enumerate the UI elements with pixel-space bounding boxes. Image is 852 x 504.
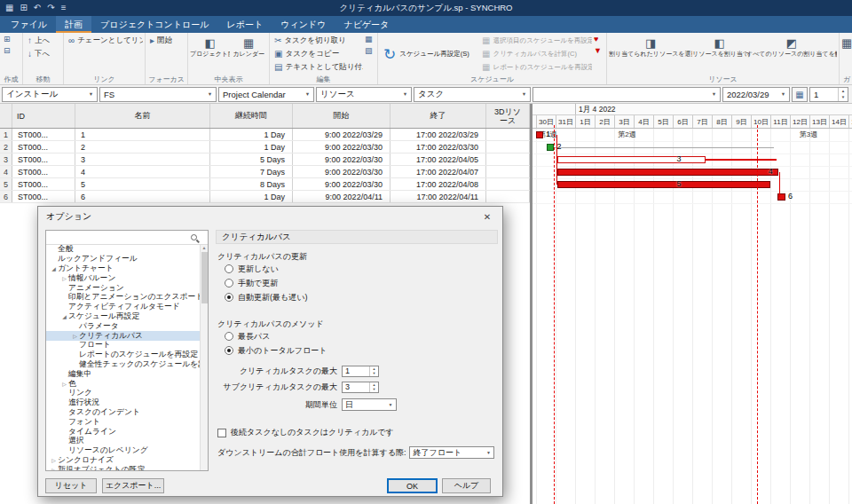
critical-filter-icon[interactable]: ▼ — [592, 45, 604, 57]
radio-auto-update[interactable]: 自動更新(最も遅い) — [225, 292, 307, 303]
tree-item[interactable]: ▷ 新規オブジェクトの既定 — [46, 465, 200, 470]
radio-manual-update[interactable]: 手動で更新 — [225, 278, 278, 288]
max-critical-input[interactable]: 1▲▼ — [342, 366, 379, 377]
menu-tab-plan[interactable]: 計画 — [56, 16, 91, 33]
task-select[interactable]: タスク▼ — [414, 87, 531, 102]
radio-no-update[interactable]: 更新しない — [225, 264, 279, 274]
tree-item[interactable]: アニメーション — [46, 283, 200, 293]
tree-item[interactable]: リンク — [46, 389, 200, 398]
tree-expander-icon[interactable]: ▷ — [71, 333, 79, 339]
calc-critical-path-button[interactable]: ▦クリティカルパスを計算(C) — [479, 47, 580, 60]
tree-expander-icon[interactable]: ◢ — [60, 313, 68, 319]
ok-button[interactable]: OK — [387, 478, 438, 493]
tree-expander-icon[interactable]: ▷ — [60, 275, 68, 281]
menu-tab-window[interactable]: ウィンドウ — [272, 16, 335, 33]
link-type-select[interactable]: FS▼ — [99, 87, 217, 102]
cut-task-button[interactable]: ✂タスクを切り取り — [272, 34, 349, 47]
table-row[interactable]: 6 ST000... 6 1 Day 9:00 2022/04/11 17:00… — [0, 191, 530, 203]
paste-as-text-button[interactable]: ▤テキストとして貼り付... — [272, 60, 363, 74]
help-button[interactable]: ヘルプ — [442, 478, 491, 493]
select-assigned-resources-button[interactable]: ◨割り当てられたリソースを選択 — [609, 34, 692, 75]
reset-button[interactable]: リセット — [45, 478, 97, 493]
filter-select[interactable]: ▼ — [532, 87, 721, 102]
tree-item[interactable]: レポートのスケジュールを再設定 — [46, 350, 200, 360]
delete-button[interactable]: ⊟ — [2, 45, 12, 57]
tree-item[interactable]: ▷ シンクロナイズ — [46, 456, 200, 466]
undo-icon[interactable]: ↶ — [34, 0, 41, 16]
gantt-bar-task-4[interactable] — [557, 169, 778, 176]
tree-item[interactable]: ルックアンドフィール — [46, 255, 200, 264]
customize-toolbar-icon[interactable]: ≡ — [61, 0, 67, 16]
project-start-button[interactable]: ◧プロジェクト開始 — [190, 34, 230, 75]
close-icon[interactable]: ✕ — [474, 209, 501, 224]
downstream-float-select[interactable]: 終了フロート▼ — [409, 446, 494, 459]
duration-unit-select[interactable]: 日▼ — [342, 398, 397, 411]
critical-heart-icon[interactable]: ♥ — [592, 34, 600, 45]
gantt-group-button[interactable]: ▦ — [841, 34, 852, 75]
tree-item[interactable]: タスクのインデント — [46, 408, 200, 418]
col-header-3d-resource[interactable]: 3Dリソ ース — [486, 104, 530, 128]
tree-item[interactable]: 印刷とアニメーションのエクスポート — [46, 293, 200, 303]
tree-expander-icon[interactable]: ▷ — [60, 381, 68, 387]
tree-expander-icon[interactable]: ▷ — [50, 467, 58, 470]
calendar-picker-button[interactable]: ▦ — [792, 87, 808, 102]
col-header-duration[interactable]: 継続時間 — [210, 104, 293, 128]
menu-tab-project-control[interactable]: プロジェクトコントロール — [91, 16, 218, 33]
focus-start-button[interactable]: ▸開始 — [147, 34, 175, 47]
tree-item[interactable]: ▷ 情報バルーン — [46, 273, 200, 283]
tree-item[interactable]: リソースのレベリング — [46, 446, 200, 456]
col-header-id[interactable]: ID — [12, 104, 75, 128]
gantt-bar-task-5[interactable] — [557, 181, 770, 188]
calendar-button[interactable]: ▦カレンダー — [230, 34, 267, 75]
table-row[interactable]: 3 ST000... 3 5 Days 9:00 2022/03/30 17:0… — [0, 154, 530, 166]
tree-item[interactable]: ▷ 色 — [46, 379, 200, 389]
unassign-all-resources-button[interactable]: ◩すべてのリソースの割り当てを解除 — [746, 34, 837, 75]
app-menu-icon[interactable]: ▦ — [5, 0, 13, 16]
resource-select[interactable]: リソース▼ — [316, 87, 412, 102]
tree-expander-icon[interactable]: ◢ — [50, 265, 58, 272]
tree-expander-icon[interactable]: ▷ — [50, 457, 58, 463]
reschedule-button[interactable]: ↻スケジュール再設定(S) — [380, 34, 479, 75]
gantt-bar-task-3[interactable] — [557, 156, 706, 163]
table-row[interactable]: 5 ST000... 5 8 Days 9:00 2022/03/30 17:0… — [0, 178, 530, 191]
tree-item[interactable]: ▷ クリティカルパス — [46, 331, 200, 341]
tree-item[interactable]: タイムライン — [46, 427, 200, 437]
redo-icon[interactable]: ↷ — [47, 0, 54, 16]
move-down-button[interactable]: ↓下へ — [25, 47, 52, 60]
menu-tab-navigator[interactable]: ナビゲータ — [335, 16, 398, 33]
scroll-up-icon[interactable]: ▲ — [202, 245, 207, 250]
tree-item[interactable]: パラメータ — [46, 321, 200, 331]
tree-item[interactable]: ◢ スケジュール再設定 — [46, 312, 200, 322]
reschedule-report-button[interactable]: ▦レポートのスケジュールを再設定(D) — [479, 60, 592, 74]
table-row[interactable]: 4 ST000... 4 7 Days 9:00 2022/03/30 17:0… — [0, 166, 530, 178]
create-button[interactable]: ⊞ — [2, 34, 12, 45]
tree-item[interactable]: 選択 — [46, 437, 200, 446]
radio-min-total-float[interactable]: 最小のトータルフロート — [225, 345, 327, 356]
radio-longest-path[interactable]: 最長パス — [225, 331, 270, 342]
tree-search-input[interactable] — [46, 231, 208, 245]
spinner-buttons[interactable]: ▲▼ — [369, 366, 378, 376]
col-header-start[interactable]: 開始 — [293, 104, 390, 128]
link-as-chain-button[interactable]: ∞チェーンとしてリンク — [66, 34, 143, 47]
data-date-select[interactable]: 2022/03/29▼ — [722, 87, 790, 102]
menu-tab-file[interactable]: ファイル — [2, 16, 56, 33]
tree-item[interactable]: 進行状況 — [46, 398, 200, 408]
reschedule-selection-button[interactable]: ▦選択項目のスケジュールを再設定(I) — [479, 34, 592, 47]
tree-item[interactable]: フロート — [46, 341, 200, 350]
table-row[interactable]: 2 ST000... 2 1 Day 9:00 2022/03/30 17:00… — [0, 141, 530, 154]
col-header-name[interactable]: 名前 — [75, 104, 210, 128]
edit-extra-grid-button[interactable]: ▦ — [363, 34, 375, 45]
copy-task-button[interactable]: ▣タスクをコピー — [272, 47, 342, 60]
install-select[interactable]: インストール▼ — [2, 87, 98, 102]
gantt-bar-task-1[interactable] — [536, 131, 543, 138]
edit-extra-shade-button[interactable]: ▧ — [363, 45, 375, 57]
export-button[interactable]: エクスポート... — [102, 478, 164, 493]
spin-up-icon[interactable]: ▲ — [839, 88, 848, 95]
tree-scrollbar[interactable]: ▲ — [200, 245, 208, 470]
assign-resource-button[interactable]: ◧リソースを割り当て — [692, 34, 746, 75]
tree-item[interactable]: ◢ ガントチャート — [46, 264, 200, 274]
spinner-buttons[interactable]: ▲▼ — [838, 88, 848, 101]
max-subcritical-input[interactable]: 3▲▼ — [342, 382, 379, 393]
col-header-finish[interactable]: 終了 — [390, 104, 486, 128]
save-icon[interactable]: ⊞ — [20, 0, 27, 16]
